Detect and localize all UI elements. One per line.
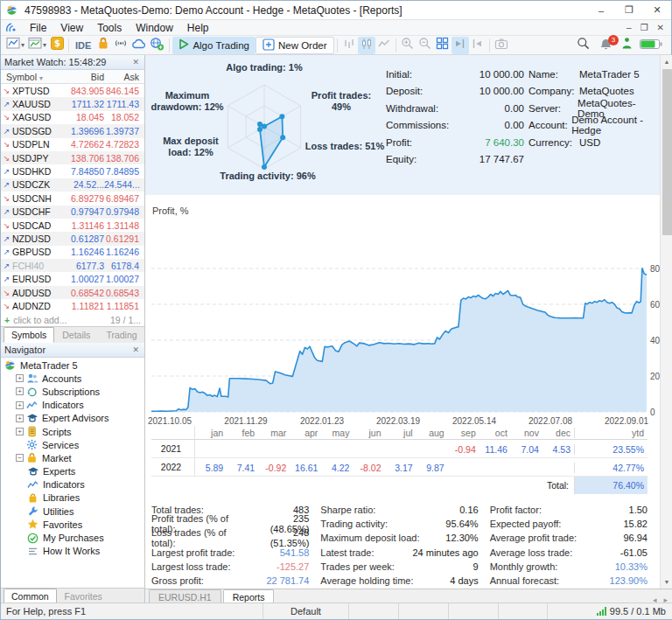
mdi-restore-button[interactable]: ❐ [640, 23, 648, 32]
tab-trading[interactable]: Trading [98, 327, 144, 343]
svg-text:2022.01.23: 2022.01.23 [300, 416, 344, 426]
window-title: 47598983 - MetaQuotes-Demo: Demo Account… [24, 4, 587, 17]
mdi-close-button[interactable]: ✕ [657, 23, 664, 32]
market-watch-row-usdcnh[interactable]: ↘USDCNH6.892796.89467 [1, 192, 144, 205]
tree-item-expert-advisors[interactable]: +Expert Advisors [1, 412, 144, 425]
broadcast-button[interactable] [112, 37, 130, 54]
tab-details[interactable]: Details [54, 327, 98, 343]
screenshot-button[interactable] [493, 37, 510, 54]
column-bid[interactable]: Bid [62, 72, 104, 82]
tree-item-accounts[interactable]: +Accounts [1, 372, 144, 385]
mdi-minimize-button[interactable]: – [626, 23, 632, 32]
monthly-row-2022: 20225.897.41-0.9216.614.22-8.023.179.874… [151, 458, 648, 477]
stat-trading-activity: Trading activity:95.64% [320, 517, 478, 531]
algo-play-icon [178, 38, 189, 52]
menu-item-window[interactable]: Window [129, 20, 180, 36]
tree-item-market[interactable]: −Market [1, 451, 144, 464]
market-watch-row-usdpln[interactable]: ↘USDPLN4.726624.72823 [1, 138, 144, 151]
tab-symbols[interactable]: Symbols [4, 327, 54, 343]
market-watch-row-gbpusd[interactable]: ↗GBPUSD1.162461.16246 [1, 246, 144, 259]
algo-trading-button[interactable]: Algo Trading [172, 37, 256, 54]
market-watch-row-usdsgd[interactable]: ↗USDSGD1.396961.39737 [1, 124, 144, 137]
market-watch-row-usdcad[interactable]: ↘USDCAD1.311461.31148 [1, 219, 144, 232]
account-balance-list: Initial:10 000.00Deposit:10 000.00Withdr… [386, 66, 524, 168]
collapse-icon[interactable]: − [16, 454, 24, 462]
tree-item-experts[interactable]: Experts [1, 465, 144, 478]
menu-item-view[interactable]: View [53, 20, 90, 36]
bid-price: 0.61287 [62, 233, 104, 244]
maximize-button[interactable]: ❐ [615, 1, 643, 19]
status-profile[interactable]: Default [263, 603, 349, 619]
stat-latest-trade: Latest trade:24 minutes ago [320, 546, 478, 560]
title-bar: 47598983 - MetaQuotes-Demo: Demo Account… [1, 1, 671, 20]
market-watch-row-xagusd[interactable]: ↘XAGUSD18.04518.052 [1, 111, 144, 124]
bar-chart-button[interactable] [340, 37, 358, 54]
market-watch-row-nzdusd[interactable]: ↗NZDUSD0.612870.61291 [1, 232, 144, 245]
tree-item-services[interactable]: Services [1, 438, 144, 451]
market-watch-tabs: SymbolsDetailsTradingTi [1, 326, 144, 343]
close-button[interactable]: ✕ [643, 1, 671, 19]
tree-item-scripts[interactable]: +Scripts [1, 425, 144, 438]
market-watch-row-xptusd[interactable]: ↘XPTUSD843.905846.145 [1, 84, 144, 97]
t ree-item-label: Subscriptions [42, 387, 100, 397]
tree-item-indicators[interactable]: +Indicators [1, 399, 144, 412]
web-community-button[interactable] [148, 37, 166, 54]
tree-item-my-purchases[interactable]: My Purchases [1, 531, 144, 544]
notifications-button[interactable]: 3 [598, 38, 614, 53]
status-help-text: For Help, press F1 [1, 603, 263, 619]
minimize-button[interactable]: – [587, 1, 615, 19]
tree-item-favorites[interactable]: Favorites [1, 518, 144, 531]
line-chart-button[interactable] [375, 37, 393, 54]
scroll-up-icon[interactable]: ▲ [661, 55, 672, 68]
tree-item-metatrader-5[interactable]: MetaTrader 5 [1, 359, 144, 372]
tree-item-how-it-works[interactable]: How It Works [1, 545, 144, 558]
market-watch-row-xauusd[interactable]: ↗XAUUSD1711.321711.43 [1, 97, 144, 110]
chart-shift-button[interactable] [469, 37, 486, 54]
chart-window-button[interactable]: ▾ [26, 37, 48, 54]
menu-item-tools[interactable]: Tools [90, 20, 129, 36]
cloud-button[interactable] [130, 37, 148, 54]
expand-icon[interactable]: + [16, 374, 24, 382]
report-scrollbar[interactable]: ▲ ▼ [660, 55, 672, 589]
market-watch-row-usdczk[interactable]: ↗USDCZK24.52...24.544... [1, 178, 144, 192]
tile-windows-button[interactable] [434, 37, 452, 54]
expand-icon[interactable]: + [16, 401, 24, 409]
expand-icon[interactable]: + [16, 387, 24, 395]
market-watch-row-fchi40[interactable]: ↗FCHI406177.36178.4 [1, 259, 144, 272]
menu-item-file[interactable]: File [23, 20, 53, 36]
search-button[interactable] [574, 37, 592, 54]
svg-text:2021.10.05: 2021.10.05 [148, 416, 192, 426]
close-icon[interactable]: ✕ [130, 345, 141, 354]
scroll-down-icon[interactable]: ▼ [661, 575, 672, 589]
zoom-out-button[interactable] [416, 37, 434, 54]
market-watch-row-usdchf[interactable]: ↗USDCHF0.979470.97948 [1, 206, 144, 219]
close-icon[interactable]: ✕ [130, 58, 141, 66]
market-watch-row-usdjpy[interactable]: ↘USDJPY138.706138.706 [1, 151, 144, 164]
menu-item-help[interactable]: Help [180, 20, 216, 36]
market-watch-row-audusd[interactable]: ↘AUDUSD0.685420.68543 [1, 286, 144, 299]
market-watch-row-audnzd[interactable]: ↘AUDNZD1.118211.11851 [1, 299, 144, 312]
dollar-button[interactable]: $ [48, 37, 66, 54]
market-watch-add-row[interactable]: + click to add... 19 / 1... [1, 313, 144, 326]
candlestick-chart-button[interactable] [358, 37, 375, 54]
market-watch-row-usdhkd[interactable]: ↗USDHKD7.848507.84895 [1, 164, 144, 178]
ide-button[interactable]: IDE [72, 37, 94, 54]
expand-icon[interactable]: + [16, 414, 24, 422]
lock-button[interactable] [94, 37, 112, 54]
chart-style-button[interactable]: ▾ [4, 37, 26, 54]
status-connection[interactable]: 99.5 / 0.1 Mb [548, 603, 672, 619]
zoom-in-button[interactable] [399, 37, 416, 54]
expand-icon[interactable]: + [16, 428, 24, 435]
tree-item-subscriptions[interactable]: +Subscriptions [1, 385, 144, 398]
tree-item-utilities[interactable]: Utilities [1, 505, 144, 518]
new-order-button[interactable]: New Order [256, 37, 334, 54]
tree-item-indicators[interactable]: Indicators [1, 478, 144, 491]
market-watch-row-eurusd[interactable]: ↗EURUSD1.000271.00027 [1, 272, 144, 285]
tree-item-libraries[interactable]: Libraries [1, 491, 144, 505]
column-symbol[interactable]: Symbol ▾ [1, 72, 62, 82]
scrollbar-thumb[interactable] [662, 69, 672, 235]
radar-label-maximum-drawdown: Maximumdrawdown: 12% [150, 90, 223, 113]
auto-scroll-button[interactable] [452, 37, 469, 54]
column-ask[interactable]: Ask [104, 72, 143, 82]
community-user-icon[interactable] [621, 37, 633, 53]
